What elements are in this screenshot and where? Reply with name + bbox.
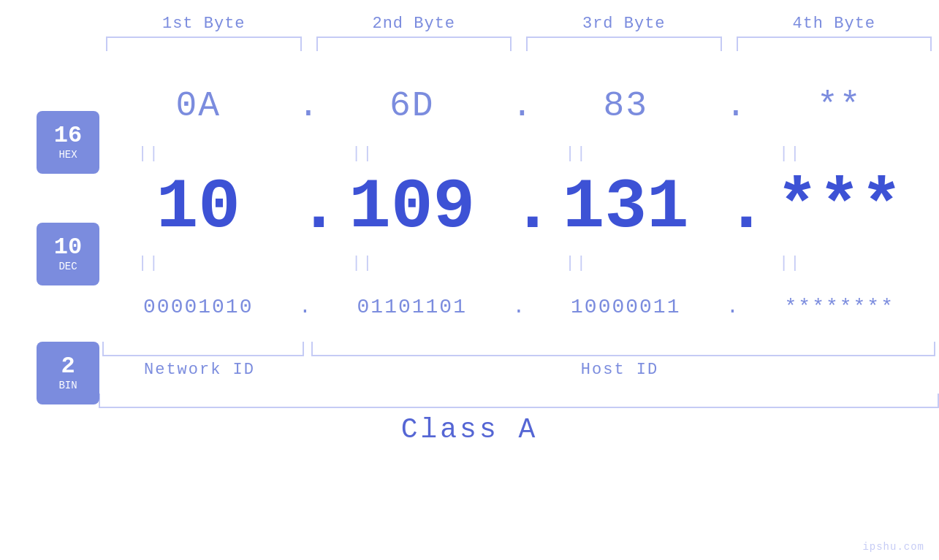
bin-badge-label: BIN xyxy=(58,380,77,391)
eq2-sign-1: || xyxy=(138,254,160,272)
dec-row: 10 . 109 . 131 . *** xyxy=(99,168,939,248)
eq2-sign-2: || xyxy=(351,254,373,272)
bin-cell-1: 00001010 xyxy=(99,296,298,318)
dec-value-4: *** xyxy=(776,173,902,243)
hex-cell-1: 0A xyxy=(99,86,298,126)
hex-cell-3: 83 xyxy=(526,86,726,126)
hex-cell-4: ** xyxy=(740,86,940,126)
hex-dot-2: . xyxy=(512,86,526,126)
equals-row-2: || || || || xyxy=(50,248,890,277)
bin-cell-4: ******** xyxy=(740,296,940,318)
dec-cell-1: 10 xyxy=(99,173,298,243)
main-container: 16 HEX 10 DEC 2 BIN 1st Byte 2nd Byte 3r… xyxy=(0,0,939,560)
hex-value-4: ** xyxy=(817,86,862,126)
dec-value-1: 10 xyxy=(156,173,240,243)
dec-dot-3: . xyxy=(726,169,740,248)
top-brackets xyxy=(99,37,939,51)
eq1-sign-1: || xyxy=(138,145,160,163)
hex-value-1: 0A xyxy=(175,86,221,126)
hex-badge-label: HEX xyxy=(58,149,77,161)
dec-badge-number: 10 xyxy=(54,236,82,259)
bin-value-4: ******** xyxy=(785,296,894,318)
id-labels: Network ID Host ID xyxy=(99,361,939,379)
col-header-4: 4th Byte xyxy=(729,15,940,33)
bracket-top-2 xyxy=(316,37,512,51)
hex-dot-1: . xyxy=(298,86,313,126)
eq2-cell-4: || xyxy=(691,254,890,272)
bin-dot-3: . xyxy=(726,296,740,318)
dec-badge-label: DEC xyxy=(58,261,77,272)
bracket-top-3 xyxy=(526,37,722,51)
bin-dot-1: . xyxy=(298,296,313,318)
bin-cell-2: 01101101 xyxy=(313,296,512,318)
class-a-label: Class A xyxy=(401,414,539,445)
hex-value-3: 83 xyxy=(603,86,648,126)
eq1-sign-2: || xyxy=(351,145,373,163)
bin-badge: 2 BIN xyxy=(37,342,99,404)
dec-value-3: 131 xyxy=(563,173,689,243)
eq1-cell-4: || xyxy=(691,145,890,163)
bin-value-3: 10000011 xyxy=(571,296,680,318)
dec-badge: 10 DEC xyxy=(37,223,99,285)
bracket-bottom-net xyxy=(102,342,304,356)
bracket-top-1 xyxy=(106,37,302,51)
eq2-cell-2: || xyxy=(263,254,463,272)
hex-row: 0A . 6D . 83 . ** xyxy=(99,73,939,139)
eq2-sign-3: || xyxy=(566,254,588,272)
dec-dot-2: . xyxy=(512,169,526,248)
bottom-brackets xyxy=(99,342,939,356)
col-header-2: 2nd Byte xyxy=(309,15,520,33)
bin-cell-3: 10000011 xyxy=(526,296,726,318)
dec-dot-1: . xyxy=(298,169,313,248)
eq1-sign-4: || xyxy=(779,145,801,163)
eq1-sign-3: || xyxy=(566,145,588,163)
eq2-cell-3: || xyxy=(477,254,677,272)
equals-row-1: || || || || xyxy=(50,139,890,168)
bin-value-1: 00001010 xyxy=(143,296,253,318)
bin-row: 00001010 . 01101101 . 10000011 . *******… xyxy=(99,277,939,336)
bracket-top-4 xyxy=(737,37,932,51)
eq1-cell-3: || xyxy=(477,145,677,163)
eq1-cell-2: || xyxy=(263,145,463,163)
col-header-3: 3rd Byte xyxy=(519,15,729,33)
bin-badge-number: 2 xyxy=(61,355,75,378)
hex-dot-3: . xyxy=(726,86,740,126)
hex-cell-2: 6D xyxy=(313,86,512,126)
hex-value-2: 6D xyxy=(389,86,435,126)
hex-badge-number: 16 xyxy=(54,124,82,147)
column-headers: 1st Byte 2nd Byte 3rd Byte 4th Byte xyxy=(99,15,939,33)
dec-cell-4: *** xyxy=(740,173,940,243)
full-bracket xyxy=(99,394,939,408)
network-id-label: Network ID xyxy=(99,361,300,379)
eq2-sign-4: || xyxy=(779,254,801,272)
dec-cell-2: 109 xyxy=(313,173,512,243)
watermark: ipshu.com xyxy=(862,541,924,553)
hex-badge: 16 HEX xyxy=(37,111,99,174)
dec-cell-3: 131 xyxy=(526,173,726,243)
host-id-label: Host ID xyxy=(300,361,939,379)
bin-value-2: 01101101 xyxy=(357,296,467,318)
col-header-1: 1st Byte xyxy=(99,15,309,33)
bin-dot-2: . xyxy=(512,296,526,318)
bracket-bottom-host xyxy=(311,342,935,356)
dec-value-2: 109 xyxy=(349,173,475,243)
